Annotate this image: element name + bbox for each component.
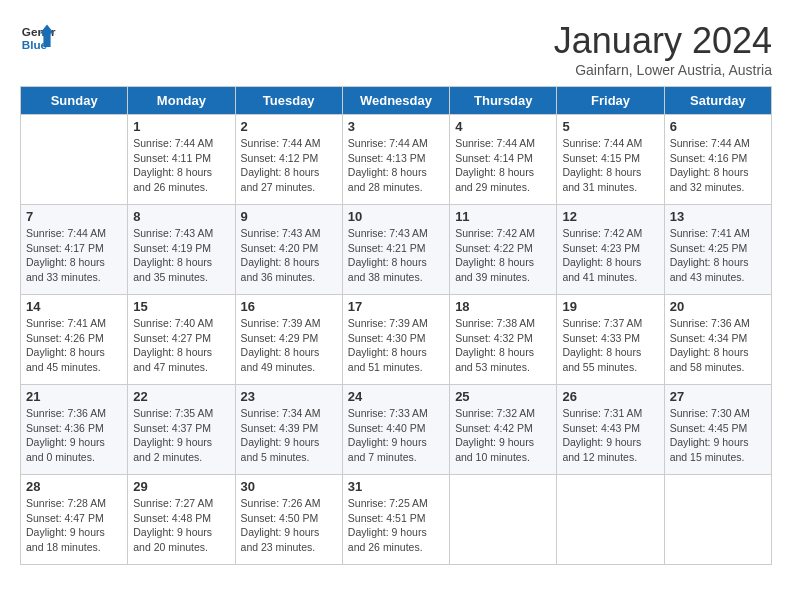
calendar-cell: 6Sunrise: 7:44 AM Sunset: 4:16 PM Daylig… <box>664 115 771 205</box>
calendar-cell: 19Sunrise: 7:37 AM Sunset: 4:33 PM Dayli… <box>557 295 664 385</box>
cell-info: Sunrise: 7:44 AM Sunset: 4:14 PM Dayligh… <box>455 136 551 195</box>
day-number: 26 <box>562 389 658 404</box>
day-number: 18 <box>455 299 551 314</box>
cell-info: Sunrise: 7:44 AM Sunset: 4:11 PM Dayligh… <box>133 136 229 195</box>
logo-icon: General Blue <box>20 20 56 56</box>
calendar-cell <box>21 115 128 205</box>
calendar-cell: 25Sunrise: 7:32 AM Sunset: 4:42 PM Dayli… <box>450 385 557 475</box>
cell-info: Sunrise: 7:44 AM Sunset: 4:12 PM Dayligh… <box>241 136 337 195</box>
calendar-cell: 22Sunrise: 7:35 AM Sunset: 4:37 PM Dayli… <box>128 385 235 475</box>
day-header-thursday: Thursday <box>450 87 557 115</box>
day-number: 7 <box>26 209 122 224</box>
calendar-cell: 20Sunrise: 7:36 AM Sunset: 4:34 PM Dayli… <box>664 295 771 385</box>
logo: General Blue <box>20 20 56 56</box>
day-number: 16 <box>241 299 337 314</box>
calendar-cell: 4Sunrise: 7:44 AM Sunset: 4:14 PM Daylig… <box>450 115 557 205</box>
cell-info: Sunrise: 7:43 AM Sunset: 4:21 PM Dayligh… <box>348 226 444 285</box>
calendar-body: 1Sunrise: 7:44 AM Sunset: 4:11 PM Daylig… <box>21 115 772 565</box>
cell-info: Sunrise: 7:42 AM Sunset: 4:22 PM Dayligh… <box>455 226 551 285</box>
cell-info: Sunrise: 7:42 AM Sunset: 4:23 PM Dayligh… <box>562 226 658 285</box>
day-number: 21 <box>26 389 122 404</box>
day-number: 13 <box>670 209 766 224</box>
cell-info: Sunrise: 7:39 AM Sunset: 4:29 PM Dayligh… <box>241 316 337 375</box>
day-header-monday: Monday <box>128 87 235 115</box>
cell-info: Sunrise: 7:41 AM Sunset: 4:26 PM Dayligh… <box>26 316 122 375</box>
title-section: January 2024 Gainfarn, Lower Austria, Au… <box>554 20 772 78</box>
calendar-cell: 2Sunrise: 7:44 AM Sunset: 4:12 PM Daylig… <box>235 115 342 205</box>
cell-info: Sunrise: 7:38 AM Sunset: 4:32 PM Dayligh… <box>455 316 551 375</box>
calendar-cell <box>450 475 557 565</box>
day-number: 2 <box>241 119 337 134</box>
day-number: 4 <box>455 119 551 134</box>
cell-info: Sunrise: 7:44 AM Sunset: 4:17 PM Dayligh… <box>26 226 122 285</box>
day-number: 10 <box>348 209 444 224</box>
day-number: 22 <box>133 389 229 404</box>
day-number: 24 <box>348 389 444 404</box>
day-header-tuesday: Tuesday <box>235 87 342 115</box>
calendar-cell: 1Sunrise: 7:44 AM Sunset: 4:11 PM Daylig… <box>128 115 235 205</box>
calendar-cell: 14Sunrise: 7:41 AM Sunset: 4:26 PM Dayli… <box>21 295 128 385</box>
cell-info: Sunrise: 7:39 AM Sunset: 4:30 PM Dayligh… <box>348 316 444 375</box>
day-number: 31 <box>348 479 444 494</box>
day-number: 25 <box>455 389 551 404</box>
cell-info: Sunrise: 7:43 AM Sunset: 4:20 PM Dayligh… <box>241 226 337 285</box>
calendar-cell: 8Sunrise: 7:43 AM Sunset: 4:19 PM Daylig… <box>128 205 235 295</box>
cell-info: Sunrise: 7:31 AM Sunset: 4:43 PM Dayligh… <box>562 406 658 465</box>
cell-info: Sunrise: 7:36 AM Sunset: 4:36 PM Dayligh… <box>26 406 122 465</box>
calendar-cell <box>664 475 771 565</box>
calendar-cell: 27Sunrise: 7:30 AM Sunset: 4:45 PM Dayli… <box>664 385 771 475</box>
calendar-table: SundayMondayTuesdayWednesdayThursdayFrid… <box>20 86 772 565</box>
cell-info: Sunrise: 7:28 AM Sunset: 4:47 PM Dayligh… <box>26 496 122 555</box>
calendar-week-row: 1Sunrise: 7:44 AM Sunset: 4:11 PM Daylig… <box>21 115 772 205</box>
day-number: 11 <box>455 209 551 224</box>
calendar-cell: 7Sunrise: 7:44 AM Sunset: 4:17 PM Daylig… <box>21 205 128 295</box>
cell-info: Sunrise: 7:36 AM Sunset: 4:34 PM Dayligh… <box>670 316 766 375</box>
day-header-sunday: Sunday <box>21 87 128 115</box>
calendar-cell: 23Sunrise: 7:34 AM Sunset: 4:39 PM Dayli… <box>235 385 342 475</box>
calendar-cell: 29Sunrise: 7:27 AM Sunset: 4:48 PM Dayli… <box>128 475 235 565</box>
cell-info: Sunrise: 7:26 AM Sunset: 4:50 PM Dayligh… <box>241 496 337 555</box>
cell-info: Sunrise: 7:27 AM Sunset: 4:48 PM Dayligh… <box>133 496 229 555</box>
cell-info: Sunrise: 7:25 AM Sunset: 4:51 PM Dayligh… <box>348 496 444 555</box>
cell-info: Sunrise: 7:40 AM Sunset: 4:27 PM Dayligh… <box>133 316 229 375</box>
calendar-cell: 18Sunrise: 7:38 AM Sunset: 4:32 PM Dayli… <box>450 295 557 385</box>
calendar-cell: 16Sunrise: 7:39 AM Sunset: 4:29 PM Dayli… <box>235 295 342 385</box>
month-title: January 2024 <box>554 20 772 62</box>
calendar-cell: 15Sunrise: 7:40 AM Sunset: 4:27 PM Dayli… <box>128 295 235 385</box>
calendar-cell: 3Sunrise: 7:44 AM Sunset: 4:13 PM Daylig… <box>342 115 449 205</box>
location: Gainfarn, Lower Austria, Austria <box>554 62 772 78</box>
day-number: 23 <box>241 389 337 404</box>
calendar-cell: 13Sunrise: 7:41 AM Sunset: 4:25 PM Dayli… <box>664 205 771 295</box>
calendar-cell: 30Sunrise: 7:26 AM Sunset: 4:50 PM Dayli… <box>235 475 342 565</box>
day-number: 6 <box>670 119 766 134</box>
calendar-cell: 28Sunrise: 7:28 AM Sunset: 4:47 PM Dayli… <box>21 475 128 565</box>
day-number: 29 <box>133 479 229 494</box>
day-number: 15 <box>133 299 229 314</box>
calendar-cell: 9Sunrise: 7:43 AM Sunset: 4:20 PM Daylig… <box>235 205 342 295</box>
cell-info: Sunrise: 7:32 AM Sunset: 4:42 PM Dayligh… <box>455 406 551 465</box>
day-number: 28 <box>26 479 122 494</box>
calendar-cell: 26Sunrise: 7:31 AM Sunset: 4:43 PM Dayli… <box>557 385 664 475</box>
calendar-cell: 31Sunrise: 7:25 AM Sunset: 4:51 PM Dayli… <box>342 475 449 565</box>
day-number: 27 <box>670 389 766 404</box>
calendar-cell: 5Sunrise: 7:44 AM Sunset: 4:15 PM Daylig… <box>557 115 664 205</box>
calendar-week-row: 7Sunrise: 7:44 AM Sunset: 4:17 PM Daylig… <box>21 205 772 295</box>
cell-info: Sunrise: 7:44 AM Sunset: 4:16 PM Dayligh… <box>670 136 766 195</box>
day-header-saturday: Saturday <box>664 87 771 115</box>
calendar-cell <box>557 475 664 565</box>
calendar-week-row: 28Sunrise: 7:28 AM Sunset: 4:47 PM Dayli… <box>21 475 772 565</box>
day-number: 19 <box>562 299 658 314</box>
day-number: 5 <box>562 119 658 134</box>
cell-info: Sunrise: 7:43 AM Sunset: 4:19 PM Dayligh… <box>133 226 229 285</box>
cell-info: Sunrise: 7:35 AM Sunset: 4:37 PM Dayligh… <box>133 406 229 465</box>
cell-info: Sunrise: 7:44 AM Sunset: 4:15 PM Dayligh… <box>562 136 658 195</box>
day-number: 30 <box>241 479 337 494</box>
calendar-cell: 11Sunrise: 7:42 AM Sunset: 4:22 PM Dayli… <box>450 205 557 295</box>
calendar-week-row: 21Sunrise: 7:36 AM Sunset: 4:36 PM Dayli… <box>21 385 772 475</box>
cell-info: Sunrise: 7:34 AM Sunset: 4:39 PM Dayligh… <box>241 406 337 465</box>
day-number: 3 <box>348 119 444 134</box>
cell-info: Sunrise: 7:33 AM Sunset: 4:40 PM Dayligh… <box>348 406 444 465</box>
day-number: 12 <box>562 209 658 224</box>
calendar-cell: 17Sunrise: 7:39 AM Sunset: 4:30 PM Dayli… <box>342 295 449 385</box>
calendar-cell: 24Sunrise: 7:33 AM Sunset: 4:40 PM Dayli… <box>342 385 449 475</box>
